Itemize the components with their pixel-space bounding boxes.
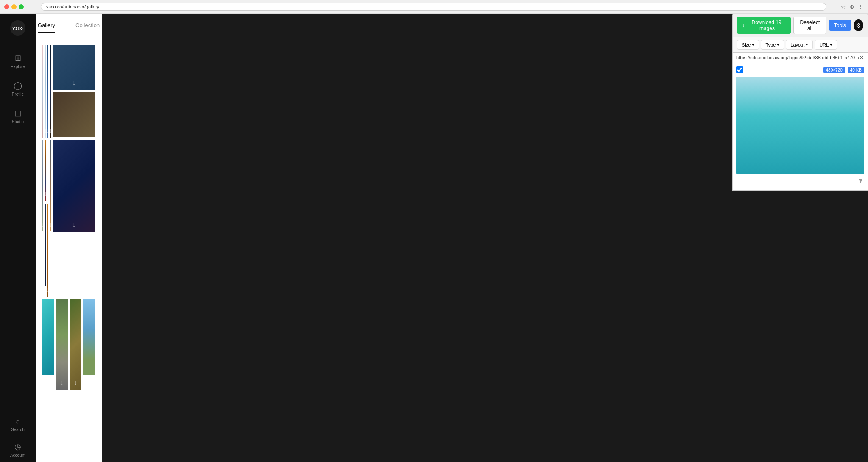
size-label: Size (742, 42, 751, 47)
gallery-item-forest[interactable]: ↓ (70, 299, 81, 390)
preview-checkbox[interactable] (736, 66, 743, 73)
download-arrow-icon: ↓ (742, 22, 745, 28)
size-chevron-icon: ▾ (752, 42, 754, 47)
sidebar-item-studio[interactable]: ◫ Studio (0, 104, 36, 128)
explore-label: Explore (11, 64, 25, 69)
url-option[interactable]: URL ▾ (815, 40, 837, 50)
layout-label: Layout (790, 42, 804, 47)
deselect-label: Deselect all (800, 19, 820, 31)
gear-button[interactable]: ⚙ (854, 19, 863, 31)
sidebar-item-search[interactable]: ⌕ Search (10, 412, 25, 436)
gallery-item-cherry[interactable] (42, 45, 43, 138)
copy-url-button[interactable]: ✕ (859, 54, 864, 61)
download-button[interactable]: ↓ Download 19 images (737, 17, 791, 34)
menu-icon[interactable]: ⋮ (858, 3, 864, 10)
search-label: Search (11, 427, 25, 432)
vsco-logo[interactable]: vsco (10, 20, 25, 36)
sidebar: vsco ⊞ Explore ◯ Profile ◫ Studio ⌕ Sear… (0, 14, 36, 462)
preview-image (736, 77, 864, 174)
url-text: vsco.co/artfdnaoto/gallery (46, 4, 99, 9)
extensions-icon[interactable]: ⊕ (849, 3, 854, 10)
url-label: URL (819, 42, 829, 47)
tools-label: Tools (834, 22, 846, 28)
bookmark-icon[interactable]: ☆ (840, 3, 846, 10)
gallery-item-beach[interactable]: ↓ (42, 140, 43, 232)
sidebar-item-explore[interactable]: ⊞ Explore (0, 49, 36, 73)
gallery-item-blue-wave[interactable]: ↓ (53, 140, 95, 232)
tab-collection[interactable]: Collection (75, 22, 100, 33)
profile-icon: ◯ (14, 81, 22, 90)
gallery-item-dark-storm[interactable] (45, 204, 46, 297)
gallery-item-fire-collage[interactable]: ↓ (45, 140, 46, 201)
filesize-badge: 40 KB (848, 67, 864, 73)
gallery-item-night-city[interactable]: ↓ (50, 45, 51, 138)
window-controls (4, 4, 24, 9)
gallery-item-sunset[interactable]: ↓ (50, 140, 51, 232)
tools-button[interactable]: Tools (829, 20, 851, 31)
gallery-item-rainbow[interactable]: ↓ (56, 299, 68, 390)
preview-panel: 480×720 40 KB ▾ (732, 63, 868, 191)
gallery-item-side2[interactable] (53, 92, 95, 137)
gear-icon: ⚙ (856, 22, 861, 29)
address-bar[interactable]: vsco.co/artfdnaoto/gallery (41, 3, 826, 11)
toolbar-bar: ↓ Download 19 images Deselect all Tools … (732, 14, 868, 37)
tab-bar: Gallery Collection (36, 14, 102, 38)
gallery-item-tree-sky[interactable] (83, 299, 95, 390)
maximize-button[interactable] (19, 4, 24, 9)
search-icon: ⌕ (15, 417, 20, 426)
minimize-button[interactable] (11, 4, 17, 9)
gallery-item-ice[interactable]: ↓ (45, 45, 46, 138)
gallery-item-teal[interactable] (42, 299, 54, 390)
explore-icon: ⊞ (15, 53, 21, 63)
deselect-button[interactable]: Deselect all (793, 17, 826, 34)
tab-collection-label: Collection (75, 22, 100, 28)
url-chevron-icon: ▾ (830, 42, 832, 47)
tab-gallery-label: Gallery (38, 22, 55, 28)
gallery-section: ↓ ↓ ↓ ↓ (36, 38, 102, 398)
size-option[interactable]: Size ▾ (737, 40, 759, 50)
studio-label: Studio (12, 119, 24, 124)
type-label: Type (765, 42, 776, 47)
sidebar-nav: ⊞ Explore ◯ Profile ◫ Studio (0, 49, 36, 412)
layout-chevron-icon: ▾ (806, 42, 808, 47)
profile-label: Profile (12, 92, 24, 97)
close-button[interactable] (4, 4, 9, 9)
sidebar-item-profile[interactable]: ◯ Profile (0, 77, 36, 101)
toolbar-overlay: ↓ Download 19 images Deselect all Tools … (732, 14, 868, 191)
logo-text: vsco (13, 26, 23, 30)
download-label: Download 19 images (747, 19, 786, 31)
url-input[interactable] (736, 55, 859, 60)
tab-gallery[interactable]: Gallery (38, 22, 55, 33)
toolbar-options: Size ▾ Type ▾ Layout ▾ URL ▾ (732, 37, 868, 53)
sidebar-item-account[interactable]: ◷ Account (10, 438, 25, 462)
layout-option[interactable]: Layout ▾ (786, 40, 813, 50)
studio-icon: ◫ (14, 108, 22, 118)
gallery-item-water-collage[interactable]: ↓ (47, 140, 48, 201)
side-column: ↓ (53, 45, 95, 138)
preview-header: 480×720 40 KB (736, 66, 864, 73)
type-option[interactable]: Type ▾ (761, 40, 784, 50)
main-content: Gallery Collection ↓ ↓ (36, 14, 102, 462)
gallery-item-snow[interactable]: ↓ (47, 45, 48, 138)
browser-chrome: vsco.co/artfdnaoto/gallery ☆ ⊕ ⋮ (0, 0, 868, 14)
account-icon: ◷ (14, 442, 21, 451)
resolution-badge: 480×720 (823, 67, 845, 73)
gallery-item-side1[interactable]: ↓ (53, 45, 95, 90)
gallery-item-autumn[interactable]: ↓ (47, 204, 48, 297)
sidebar-bottom: ⌕ Search ◷ Account (10, 412, 25, 462)
scroll-indicator: ▾ (736, 174, 864, 187)
url-bar: ✕ (732, 53, 868, 63)
type-chevron-icon: ▾ (777, 42, 779, 47)
account-label: Account (10, 453, 25, 458)
